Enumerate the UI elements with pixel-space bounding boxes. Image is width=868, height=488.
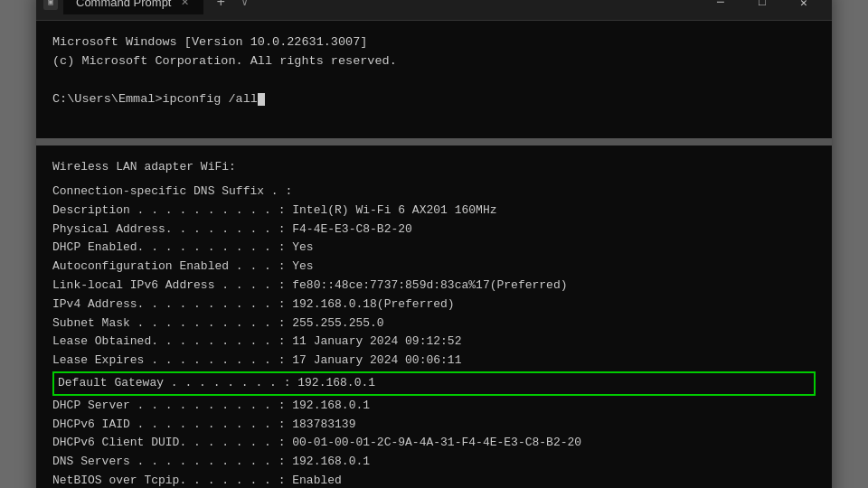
- prompt-text: C:\Users\Emmal>ipconfig /all: [52, 92, 258, 106]
- output-area: Wireless LAN adapter WiFi: Connection-sp…: [36, 145, 832, 488]
- cursor: [258, 93, 265, 106]
- output-row: Subnet Mask . . . . . . . . . . : 255.25…: [52, 314, 816, 333]
- tab-close-button[interactable]: ✕: [178, 0, 191, 9]
- dropdown-button[interactable]: ∨: [238, 0, 251, 9]
- section-header: Wireless LAN adapter WiFi:: [52, 158, 816, 177]
- output-row: Connection-specific DNS Suffix . :: [52, 183, 816, 202]
- output-row: IPv4 Address. . . . . . . . . . : 192.16…: [52, 296, 816, 314]
- minimize-button[interactable]: ─: [700, 0, 741, 17]
- output-row: Description . . . . . . . . . . : Intel(…: [52, 202, 816, 221]
- output-row: DHCP Server . . . . . . . . . . : 192.16…: [52, 397, 816, 416]
- terminal-line-3: [52, 71, 816, 90]
- tab-label: Command Prompt: [76, 0, 171, 9]
- window-controls: ─ □ ✕: [700, 0, 825, 17]
- terminal-line-1: Microsoft Windows [Version 10.0.22631.30…: [52, 33, 816, 52]
- terminal-prompt[interactable]: C:\Users\Emmal>ipconfig /all: [52, 90, 816, 109]
- output-row: Autoconfiguration Enabled . . . : Yes: [52, 258, 816, 277]
- tab-icon: ▣: [43, 0, 58, 10]
- output-row: Lease Obtained. . . . . . . . . : 11 Jan…: [52, 333, 816, 352]
- maximize-button[interactable]: □: [741, 0, 783, 17]
- output-rows: Connection-specific DNS Suffix . : Descr…: [52, 183, 816, 488]
- active-tab[interactable]: Command Prompt ✕: [63, 0, 203, 14]
- new-tab-button[interactable]: +: [209, 0, 232, 11]
- terminal-line-2: (c) Microsoft Corporation. All rights re…: [52, 52, 816, 71]
- output-row: Lease Expires . . . . . . . . . : 17 Jan…: [52, 352, 816, 371]
- output-row: DNS Servers . . . . . . . . . . : 192.16…: [52, 453, 816, 472]
- output-row: DHCPv6 IAID . . . . . . . . . . : 183783…: [52, 416, 816, 435]
- close-button[interactable]: ✕: [783, 0, 825, 17]
- section-divider: [36, 138, 832, 145]
- output-row: DHCPv6 Client DUID. . . . . . . : 00-01-…: [52, 434, 816, 453]
- titlebar: ▣ Command Prompt ✕ + ∨ ─ □ ✕: [36, 0, 832, 21]
- output-row: DHCP Enabled. . . . . . . . . . : Yes: [52, 239, 816, 258]
- output-row: NetBIOS over Tcpip. . . . . . . : Enable…: [52, 472, 816, 488]
- output-row: Physical Address. . . . . . . . : F4-4E-…: [52, 221, 816, 239]
- cmd-window: ▣ Command Prompt ✕ + ∨ ─ □ ✕ Microsoft W…: [36, 0, 832, 488]
- output-row: Link-local IPv6 Address . . . . : fe80::…: [52, 277, 816, 296]
- titlebar-left: ▣ Command Prompt ✕ + ∨: [43, 0, 700, 14]
- output-row: Default Gateway . . . . . . . . : 192.16…: [52, 371, 816, 396]
- terminal-input-area: Microsoft Windows [Version 10.0.22631.30…: [36, 21, 832, 138]
